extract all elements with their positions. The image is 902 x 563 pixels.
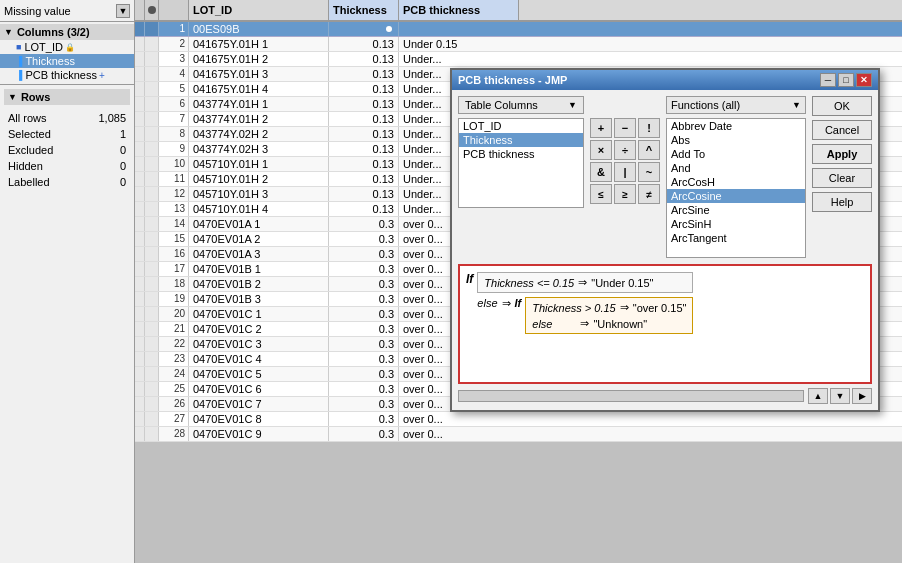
func-arccosh[interactable]: ArcCosH [667,175,805,189]
func-abbrev-date[interactable]: Abbrev Date [667,119,805,133]
table-columns-dropdown[interactable]: Table Columns ▼ [458,96,584,114]
grid-header: LOT_ID Thickness PCB thickness [135,0,902,22]
columns-list[interactable]: LOT_ID Thickness PCB thickness [458,118,584,208]
op-neq-button[interactable]: ≠ [638,184,660,204]
cell-thickness: 0.3 [329,382,399,396]
column-item-lot-id[interactable]: ■ LOT_ID 🔒 [0,40,134,54]
row-side [135,202,145,216]
func-arctangent[interactable]: ArcTangent [667,231,805,245]
column-item-thickness[interactable]: ▐ Thickness [0,54,134,68]
rows-selected-row: Selected 1 [6,127,128,141]
formula-scrollbar[interactable] [458,390,804,402]
rows-all-row: All rows 1,085 [6,111,128,125]
clear-button[interactable]: Clear [812,168,872,188]
formula-else2-label: else [532,318,552,330]
row-marker [145,217,159,231]
table-row[interactable]: 27 0470EV01C 8 0.3 over 0... [135,412,902,427]
op-divide-button[interactable]: ÷ [614,140,636,160]
formula-result1: "Under 0.15" [591,277,653,289]
cell-rownum: 22 [159,337,189,351]
row-side [135,232,145,246]
op-or-button[interactable]: | [614,162,636,182]
cell-rownum: 14 [159,217,189,231]
missing-value-arrow[interactable]: ▼ [116,4,130,18]
cell-thickness: 0.13 [329,112,399,126]
table-row[interactable]: 28 0470EV01C 9 0.3 over 0... [135,427,902,442]
func-arccosine[interactable]: ArcCosine [667,189,805,203]
header-lot-id[interactable]: LOT_ID [189,0,329,20]
op-power-button[interactable]: ^ [638,140,660,160]
table-row[interactable]: 2 041675Y.01H 1 0.13 Under 0.15 [135,37,902,52]
formula-if-keyword: If [466,272,473,286]
ok-button[interactable]: OK [812,96,872,116]
cell-lot-id: 0470EV01C 6 [189,382,329,396]
operators-panel: + − ! × ÷ ^ & | ~ ≤ ≥ ≠ [590,96,660,258]
column-item-pcb-thickness[interactable]: ▐ PCB thickness + [0,68,134,82]
row-side [135,367,145,381]
func-abs[interactable]: Abs [667,133,805,147]
cell-thickness: 0.3 [329,427,399,441]
columns-list-item-lot-id[interactable]: LOT_ID [459,119,583,133]
formula-nested-condition: Thickness > 0.15 ⇒ "over 0.15" [532,301,686,314]
row-side [135,97,145,111]
cell-lot-id: 0470EV01B 1 [189,262,329,276]
cell-rownum: 7 [159,112,189,126]
missing-value-label: Missing value [4,5,116,17]
rows-labelled-row: Labelled 0 [6,175,128,189]
functions-dropdown[interactable]: Functions (all) ▼ [666,96,806,114]
op-row-1: + − ! [590,118,660,138]
cell-lot-id: 00ES09B [189,22,329,36]
functions-list[interactable]: Abbrev Date Abs Add To And ArcCosH ArcCo… [666,118,806,258]
func-arcsinh[interactable]: ArcSinH [667,217,805,231]
cell-rownum: 10 [159,157,189,171]
row-marker [145,172,159,186]
rows-selected-label: Selected [6,127,79,141]
header-rownum [159,0,189,20]
op-gte-button[interactable]: ≥ [614,184,636,204]
header-thickness-label: Thickness [333,4,387,16]
columns-list-item-thickness[interactable]: Thickness [459,133,583,147]
op-and-button[interactable]: & [590,162,612,182]
rows-arrow-icon: ▼ [8,92,17,102]
row-marker [145,52,159,66]
formula-condition-box[interactable]: Thickness <= 0.15 ⇒ "Under 0.15" [477,272,693,293]
columns-list-item-pcb-thickness[interactable]: PCB thickness [459,147,583,161]
cell-lot-id: 0470EV01A 1 [189,217,329,231]
minimize-button[interactable]: ─ [820,73,836,87]
table-row[interactable]: 1 00ES09B [135,22,902,37]
header-pcb-thickness[interactable]: PCB thickness [399,0,519,20]
rows-section-header[interactable]: ▼ Rows [4,89,130,105]
row-marker [145,142,159,156]
nav-up-button[interactable]: ▲ [808,388,828,404]
row-side [135,52,145,66]
cell-thickness: 0.3 [329,367,399,381]
maximize-button[interactable]: □ [838,73,854,87]
func-add-to[interactable]: Add To [667,147,805,161]
op-exclaim-button[interactable]: ! [638,118,660,138]
cell-lot-id: 0470EV01C 4 [189,352,329,366]
cancel-button[interactable]: Cancel [812,120,872,140]
op-lte-button[interactable]: ≤ [590,184,612,204]
op-plus-button[interactable]: + [590,118,612,138]
func-and[interactable]: And [667,161,805,175]
cell-thickness: 0.3 [329,412,399,426]
row-marker [145,337,159,351]
op-tilde-button[interactable]: ~ [638,162,660,182]
table-row[interactable]: 3 041675Y.01H 2 0.13 Under... [135,52,902,67]
header-indicator [145,0,159,20]
nav-down-button[interactable]: ▼ [830,388,850,404]
apply-button[interactable]: Apply [812,144,872,164]
op-multiply-button[interactable]: × [590,140,612,160]
formula-editor[interactable]: If Thickness <= 0.15 ⇒ "Under 0.15" else… [458,264,872,384]
func-arcsine[interactable]: ArcSine [667,203,805,217]
formula-nested-box[interactable]: Thickness > 0.15 ⇒ "over 0.15" else ⇒ "U… [525,297,693,334]
close-button[interactable]: ✕ [856,73,872,87]
cell-thickness: 0.13 [329,82,399,96]
help-button[interactable]: Help [812,192,872,212]
header-thickness[interactable]: Thickness [329,0,399,20]
row-side [135,352,145,366]
cell-lot-id: 0470EV01C 7 [189,397,329,411]
nav-right-button[interactable]: ▶ [852,388,872,404]
op-minus-button[interactable]: − [614,118,636,138]
columns-section-header[interactable]: ▼ Columns (3/2) [0,24,134,40]
